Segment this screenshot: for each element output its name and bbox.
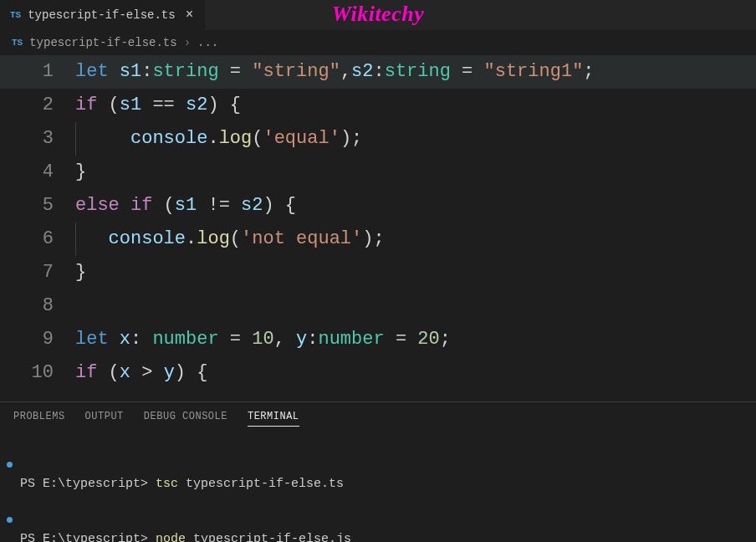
ts-file-icon: TS [12, 38, 23, 48]
code-editor[interactable]: 1 let s1:string = "string",s2:string = "… [0, 55, 756, 401]
dirty-indicator-icon [7, 462, 13, 468]
code-line[interactable]: 3 console.log('equal'); [0, 122, 756, 156]
code-line[interactable]: 7 } [0, 256, 756, 289]
watermark-text: Wikitechy [332, 2, 424, 27]
line-number: 1 [0, 55, 75, 89]
close-icon[interactable]: × [182, 8, 197, 23]
line-number: 5 [0, 189, 75, 222]
code-line[interactable]: 9 let x: number = 10, y:number = 20; [0, 323, 756, 356]
code-line[interactable]: 6 console.log('not equal'); [0, 222, 756, 256]
terminal-line: PS E:\typescript> tsc typescript-if-else… [20, 475, 743, 493]
line-number: 3 [0, 122, 75, 156]
code-line[interactable]: 8 [0, 289, 756, 323]
line-number: 7 [0, 256, 75, 289]
dirty-indicator-icon [7, 517, 13, 523]
tab-terminal[interactable]: TERMINAL [248, 411, 299, 427]
code-line[interactable]: 4 } [0, 156, 756, 189]
breadcrumb[interactable]: TS typescript-if-else.ts › ... [0, 30, 756, 55]
line-number: 8 [0, 289, 75, 323]
tab-output[interactable]: OUTPUT [85, 411, 124, 427]
tab-problems[interactable]: PROBLEMS [13, 411, 65, 427]
code-line[interactable]: 10 if (x > y) { [0, 356, 756, 390]
terminal[interactable]: PS E:\typescript> tsc typescript-if-else… [0, 433, 756, 542]
editor-tab[interactable]: TS typescript-if-else.ts × [0, 0, 206, 30]
ts-file-icon: TS [10, 10, 21, 20]
code-line[interactable]: 2 if (s1 == s2) { [0, 89, 756, 122]
tab-filename: typescript-if-else.ts [28, 8, 175, 22]
line-number: 6 [0, 222, 75, 256]
bottom-panel: PROBLEMS OUTPUT DEBUG CONSOLE TERMINAL P… [0, 401, 756, 542]
panel-tab-bar: PROBLEMS OUTPUT DEBUG CONSOLE TERMINAL [0, 402, 756, 433]
chevron-right-icon: › [184, 36, 191, 49]
line-number: 2 [0, 89, 75, 122]
line-number: 4 [0, 156, 75, 189]
line-number: 10 [0, 356, 75, 390]
breadcrumb-trail: ... [197, 36, 218, 49]
tab-debug-console[interactable]: DEBUG CONSOLE [144, 411, 227, 427]
code-line[interactable]: 1 let s1:string = "string",s2:string = "… [0, 55, 756, 89]
breadcrumb-filename: typescript-if-else.ts [29, 36, 176, 49]
terminal-line: PS E:\typescript> node typescript-if-els… [20, 530, 743, 542]
line-number: 9 [0, 323, 75, 356]
code-line[interactable]: 5 else if (s1 != s2) { [0, 189, 756, 222]
